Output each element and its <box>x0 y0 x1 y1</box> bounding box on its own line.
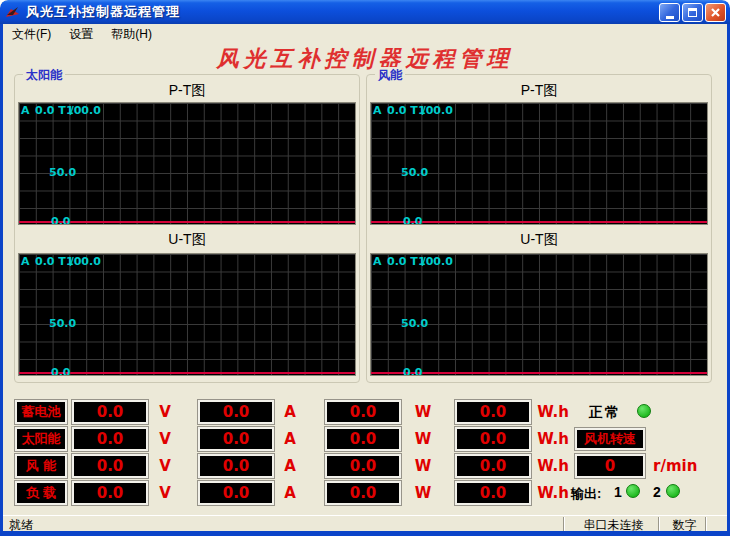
y-mid-label: 50.0 <box>401 317 428 330</box>
energy-unit: W.h <box>533 403 573 421</box>
wind-ut-chart-title: U-T图 <box>367 231 711 249</box>
current-unit: A <box>277 430 303 448</box>
voltage-unit: V <box>152 457 178 475</box>
y-min-label: 0.0 <box>403 215 423 225</box>
window-title: 风光互补控制器远程管理 <box>26 3 180 21</box>
output2-indicator-icon <box>666 484 680 498</box>
energy-unit: W.h <box>533 430 573 448</box>
solar-pt-chart-title: P-T图 <box>15 82 359 100</box>
y-max-label: 100.0 <box>418 104 453 117</box>
page-title: 风光互补控制器远程管理 <box>0 44 730 74</box>
voltage-unit: V <box>152 430 178 448</box>
normal-indicator-icon <box>637 404 651 418</box>
output1-indicator-icon <box>626 484 640 498</box>
minimize-icon <box>666 16 674 19</box>
y-min-label: 0.0 <box>51 215 71 225</box>
current-unit: A <box>277 403 303 421</box>
power-unit: W <box>410 457 436 475</box>
y-max-label: 100.0 <box>66 255 101 268</box>
y-axis-unit-label: A <box>373 255 382 268</box>
solar-current-display: 0.0 <box>198 427 274 451</box>
wind-energy-display: 0.0 <box>455 454 531 478</box>
group-wind: 风能 P-T图 A 0.0 T / 100.0 50.0 0.0 U-T图 A … <box>366 74 712 383</box>
wind-pt-chart-title: P-T图 <box>367 82 711 100</box>
maximize-icon <box>688 8 697 17</box>
fan-speed-label: 风机转速 <box>575 428 645 450</box>
app-window: 风光互补控制器远程管理 文件(F) 设置 帮助(H) 风光互补控制器远程管理 太… <box>0 0 730 536</box>
statusbar-separator <box>658 517 659 531</box>
solar-ut-chart-title: U-T图 <box>15 231 359 249</box>
solar-power-display: 0.0 <box>325 427 401 451</box>
voltage-unit: V <box>152 403 178 421</box>
y-max-label: 100.0 <box>66 104 101 117</box>
voltage-unit: V <box>152 484 178 502</box>
menu-settings[interactable]: 设置 <box>60 24 102 45</box>
output-label: 输出: <box>571 485 601 503</box>
statusbar-separator <box>563 517 564 531</box>
wind-current-display: 0.0 <box>198 454 274 478</box>
close-button[interactable] <box>705 3 726 22</box>
solar-pt-chart: A 0.0 T / 100.0 50.0 0.0 <box>18 102 356 225</box>
power-unit: W <box>410 484 436 502</box>
menu-help[interactable]: 帮助(H) <box>102 24 161 45</box>
energy-unit: W.h <box>533 484 573 502</box>
fan-speed-unit: r/min <box>653 457 697 475</box>
battery-power-display: 0.0 <box>325 400 401 424</box>
group-solar: 太阳能 P-T图 A 0.0 T / 100.0 50.0 0.0 U-T图 A… <box>14 74 360 383</box>
y-mid-label: 50.0 <box>49 317 76 330</box>
battery-voltage-display: 0.0 <box>72 400 148 424</box>
solar-voltage-display: 0.0 <box>72 427 148 451</box>
minimize-button[interactable] <box>659 3 680 22</box>
output1-label: 1 <box>614 484 622 500</box>
load-energy-display: 0.0 <box>455 481 531 505</box>
close-icon <box>710 7 721 18</box>
row-label: 太阳能 <box>15 427 67 451</box>
window-border <box>0 24 3 536</box>
row-label: 负 载 <box>15 481 67 505</box>
window-border <box>0 531 730 536</box>
solar-energy-display: 0.0 <box>455 427 531 451</box>
row-label: 蓄电池 <box>15 400 67 424</box>
menubar: 文件(F) 设置 帮助(H) <box>3 24 727 44</box>
current-unit: A <box>277 457 303 475</box>
menu-file[interactable]: 文件(F) <box>3 24 60 45</box>
load-voltage-display: 0.0 <box>72 481 148 505</box>
statusbar: 就绪 串口未连接 数字 <box>3 515 727 531</box>
y-mid-label: 50.0 <box>401 166 428 179</box>
battery-current-display: 0.0 <box>198 400 274 424</box>
y-axis-unit-label: A <box>373 104 382 117</box>
battery-energy-display: 0.0 <box>455 400 531 424</box>
wind-pt-chart: A 0.0 T / 100.0 50.0 0.0 <box>370 102 708 225</box>
fan-speed-display: 0 <box>575 454 645 478</box>
maximize-button[interactable] <box>682 3 703 22</box>
y-axis-unit-label: A <box>21 104 30 117</box>
y-max-label: 100.0 <box>418 255 453 268</box>
titlebar[interactable]: 风光互补控制器远程管理 <box>0 0 730 24</box>
load-power-display: 0.0 <box>325 481 401 505</box>
row-label: 风 能 <box>15 454 67 478</box>
energy-unit: W.h <box>533 457 573 475</box>
y-min-label: 0.0 <box>403 366 423 376</box>
y-min-label: 0.0 <box>51 366 71 376</box>
wind-ut-chart: A 0.0 T / 100.0 50.0 0.0 <box>370 253 708 376</box>
power-unit: W <box>410 430 436 448</box>
load-current-display: 0.0 <box>198 481 274 505</box>
app-logo-icon <box>5 4 21 20</box>
current-unit: A <box>277 484 303 502</box>
wind-voltage-display: 0.0 <box>72 454 148 478</box>
output2-label: 2 <box>653 484 661 500</box>
window-controls <box>659 3 726 22</box>
y-mid-label: 50.0 <box>49 166 76 179</box>
power-unit: W <box>410 403 436 421</box>
normal-status-label: 正常 <box>589 404 621 422</box>
solar-ut-chart: A 0.0 T / 100.0 50.0 0.0 <box>18 253 356 376</box>
statusbar-separator <box>705 517 706 531</box>
wind-power-display: 0.0 <box>325 454 401 478</box>
y-axis-unit-label: A <box>21 255 30 268</box>
